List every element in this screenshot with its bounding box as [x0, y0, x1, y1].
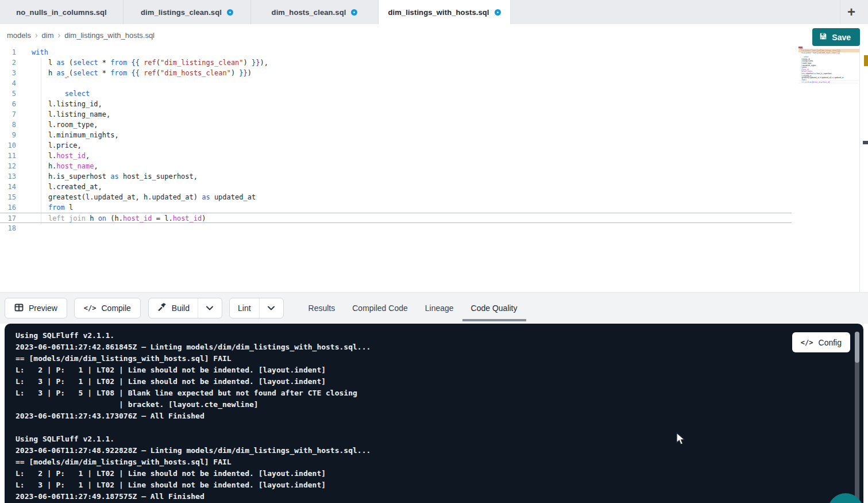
code-token: }} [252, 59, 260, 67]
lint-label: Lint [238, 304, 251, 313]
code-text [26, 78, 32, 89]
code-line-15[interactable]: 15 greatest(l.updated_at, h.updated_at) … [0, 192, 792, 202]
terminal-panel[interactable]: Using SQLFluff v2.1.1.2023-06-06T11:27:4… [5, 324, 863, 503]
tab-bar: no_nulls_in_columns.sqldim_listings_clea… [0, 0, 868, 24]
code-token: host_name [56, 162, 94, 170]
code-line-17[interactable]: 17 left join h on (h.host_id = l.host_id… [0, 213, 792, 223]
code-line-1[interactable]: 1with [0, 47, 792, 57]
build-dropdown-button[interactable] [198, 298, 222, 318]
tab-label: dim_hosts_clean.sql [272, 8, 346, 17]
breadcrumb-segment[interactable]: dim_listings_with_hosts.sql [64, 31, 155, 40]
code-line-12[interactable]: 12 h.host_name, [0, 161, 792, 171]
code-token: host_id [814, 81, 820, 83]
chevron-right-icon: › [35, 30, 38, 40]
code-line-10[interactable]: 10 l.price, [0, 140, 792, 151]
unsaved-changes-icon[interactable] [495, 9, 501, 16]
code-text: greatest(l.updated_at, h.updated_at) as … [26, 192, 256, 202]
code-token: (h. [106, 214, 123, 222]
code-token: ) [202, 214, 206, 222]
panel-tab-results[interactable]: Results [300, 293, 344, 324]
editor-tab[interactable]: no_nulls_in_columns.sql [0, 0, 124, 24]
code-token: l [65, 203, 73, 212]
code-token: select [73, 59, 98, 67]
code-token: select [73, 69, 98, 77]
panel-tab-lineage[interactable]: Lineage [416, 293, 462, 324]
code-editor[interactable]: 1with2 l as (select * from {{ ref("dim_l… [0, 46, 868, 292]
ruler-position-marker [863, 141, 868, 144]
terminal-line: 2023-06-06T11:27:48.922828Z — Linting mo… [16, 445, 371, 456]
code-token: from [110, 59, 127, 67]
code-text: l.host_id, [26, 151, 90, 161]
code-text: l as (select * from {{ ref("dim_listings… [26, 57, 268, 68]
code-token: left join [48, 214, 86, 222]
code-line-11[interactable]: 11 l.host_id, [0, 151, 792, 161]
code-line-13[interactable]: 13 h.is_superhost as host_is_superhost, [0, 171, 792, 182]
code-line-3[interactable]: 3 h as (select * from {{ ref("dim_hosts_… [0, 68, 792, 78]
tab-strip: no_nulls_in_columns.sqldim_listings_clea… [0, 0, 511, 24]
save-button[interactable]: Save [812, 28, 860, 46]
code-line-18[interactable] [798, 83, 858, 85]
code-line-14[interactable]: 14 l.created_at, [0, 182, 792, 192]
code-line-18[interactable]: 18 [0, 223, 792, 233]
code-area: 1with2 l as (select * from {{ ref("dim_l… [0, 47, 792, 233]
code-line-4[interactable]: 4 [0, 78, 792, 89]
tab-label: dim_listings_clean.sql [141, 8, 222, 17]
editor-tab[interactable]: dim_hosts_clean.sql [251, 0, 379, 24]
code-token: ( [156, 59, 160, 67]
code-text: l.minimum_nights, [26, 130, 119, 140]
code-text: l.price, [26, 140, 82, 151]
chevron-right-icon: › [58, 30, 61, 40]
code-line-9[interactable]: 9 l.minimum_nights, [0, 130, 792, 140]
minimap-error-marker [798, 47, 803, 48]
code-text: l.created_at, [26, 182, 102, 192]
terminal-scrollbar-thumb[interactable] [855, 332, 859, 363]
breadcrumb-segment[interactable]: models [7, 31, 31, 40]
compile-button[interactable]: </> Compile [74, 298, 141, 318]
panel-tab-compiled-code[interactable]: Compiled Code [344, 293, 416, 324]
code-text: left join h on (h.host_id = l.host_id) [798, 81, 830, 83]
code-line-7[interactable]: 7 l.listing_name, [0, 109, 792, 120]
code-line-6[interactable]: 6 l.listing_id, [0, 99, 792, 109]
editor-tab[interactable]: dim_listings_clean.sql [124, 0, 251, 24]
breadcrumb-segment[interactable]: dim [42, 31, 54, 40]
line-number: 12 [0, 161, 26, 171]
new-tab-button[interactable]: + [843, 3, 860, 21]
config-button[interactable]: </> Config [792, 332, 850, 352]
code-token [32, 214, 48, 222]
minimap[interactable]: with l as (select * from {{ ref("dim_lis… [798, 48, 859, 97]
code-line-16[interactable]: 16 from l [0, 202, 792, 213]
code-token: * [98, 59, 111, 67]
unsaved-changes-icon[interactable] [351, 9, 357, 16]
editor-tab[interactable]: dim_listings_with_hosts.sql [379, 0, 511, 24]
build-label: Build [172, 304, 190, 313]
code-token: host_id [56, 152, 86, 160]
overview-ruler[interactable] [859, 46, 868, 292]
code-line-5[interactable]: 5 select [0, 89, 792, 99]
tab-bar-divider [840, 0, 840, 24]
preview-button[interactable]: Preview [5, 298, 67, 318]
ide-window: no_nulls_in_columns.sqldim_listings_clea… [0, 0, 868, 503]
lint-button[interactable]: Lint [230, 298, 259, 318]
terminal-line: Using SQLFluff v2.1.1. [16, 330, 371, 341]
lint-dropdown-button[interactable] [259, 298, 283, 318]
code-token: as [110, 172, 118, 181]
code-token: l.listing_id, [32, 100, 102, 108]
code-icon: </> [84, 304, 97, 312]
code-token: host_is_superhost, [816, 72, 832, 74]
code-token: l.room_type, [32, 121, 98, 129]
panel-tab-code-quality[interactable]: Code Quality [462, 293, 526, 324]
hammer-icon [157, 302, 167, 314]
line-number: 17 [0, 213, 26, 222]
line-number: 6 [0, 99, 26, 109]
code-text: h.host_name, [26, 161, 98, 171]
action-toolbar: Preview </> Compile Build [0, 292, 868, 324]
terminal-output: Using SQLFluff v2.1.1.2023-06-06T11:27:4… [16, 330, 371, 502]
code-token: l.minimum_nights, [32, 131, 119, 139]
code-token: l.created_at, [32, 183, 102, 191]
code-line-2[interactable]: 2 l as (select * from {{ ref("dim_listin… [0, 57, 792, 68]
build-button[interactable]: Build [149, 298, 198, 318]
code-text: l.listing_name, [26, 109, 110, 120]
unsaved-changes-icon[interactable] [227, 9, 233, 16]
code-line-8[interactable]: 8 l.room_type, [0, 120, 792, 130]
save-label: Save [832, 33, 851, 42]
